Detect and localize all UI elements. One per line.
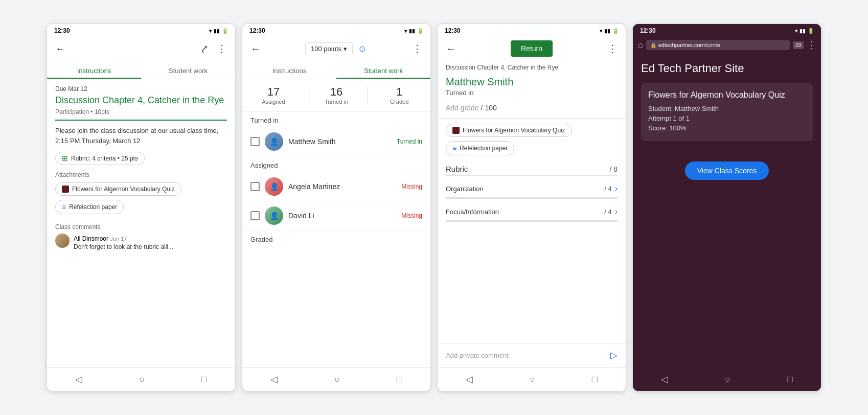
student-row-angela[interactable]: 👤 Angela Martinez Missing xyxy=(242,172,430,201)
comment-text: Don't forget to look at the rubric alll.… xyxy=(74,243,173,251)
screen2-student-work: 12:30 ▾ ▮▮ 🔋 ← 100 points ▾ ⊙ ⋮ Instruct… xyxy=(242,24,431,391)
screen1-content: Due Mar 12 Discussion Chapter 4, Catcher… xyxy=(47,79,235,367)
back-nav-icon-1[interactable]: ◁ xyxy=(67,372,90,387)
status-time-1: 12:30 xyxy=(54,27,70,34)
quiz-icon-3 xyxy=(452,127,460,134)
more-icon-1[interactable]: ⋮ xyxy=(215,40,229,57)
section-graded: Graded xyxy=(242,230,430,246)
recents-nav-icon-4[interactable]: □ xyxy=(779,372,801,387)
criterion-2[interactable]: Focus/Information / 4 › xyxy=(446,203,618,220)
student-attachment-1[interactable]: Flowers for Algernon Vocabulary Quiz xyxy=(446,124,572,137)
stat-graded-num: 1 xyxy=(368,85,430,99)
back-nav-icon-2[interactable]: ◁ xyxy=(262,372,286,387)
commenter-avatar xyxy=(55,234,70,248)
grade-total: / 100 xyxy=(481,104,497,112)
doc-icon-1: ≡ xyxy=(62,203,66,211)
student-status-david: Missing xyxy=(401,212,422,219)
avatar-angela: 👤 xyxy=(265,177,283,196)
view-class-scores-button[interactable]: View Class Scores xyxy=(685,162,769,180)
section-assigned: Assigned xyxy=(242,156,430,172)
dropdown-icon: ▾ xyxy=(344,45,347,53)
browser-nav: ⌂ 🔒 edtechpartner.com/conte 19 ⋮ xyxy=(633,36,821,54)
recents-nav-icon-2[interactable]: □ xyxy=(389,372,410,387)
tab-student-work-2[interactable]: Student work xyxy=(336,61,430,79)
tabs-2: Instructions Student work xyxy=(242,61,430,79)
share-icon-1[interactable]: ⤤ xyxy=(198,40,211,57)
criterion2-right: / 4 › xyxy=(604,207,618,216)
back-nav-icon-3[interactable]: ◁ xyxy=(458,372,481,387)
checkbox-david[interactable] xyxy=(250,211,260,220)
back-button-3[interactable]: ← xyxy=(444,41,458,57)
assignment-desc: Please join the class discussion at our … xyxy=(55,126,227,146)
recents-nav-icon-1[interactable]: □ xyxy=(193,372,215,387)
more-icon-2[interactable]: ⋮ xyxy=(410,40,424,57)
status-icons-2: ▾ ▮▮ 🔋 xyxy=(404,28,423,34)
student-row-matthew[interactable]: 👤 Matthew Smith Turned in xyxy=(242,127,430,156)
comment-date: Jun 17 xyxy=(110,236,127,242)
home-nav-icon-2[interactable]: ○ xyxy=(326,372,348,387)
assignment-title: Discussion Chapter 4, Catcher in the Rye xyxy=(55,95,227,106)
points-chip[interactable]: 100 points ▾ xyxy=(305,42,353,55)
quiz-icon-1 xyxy=(62,186,69,193)
url-bar[interactable]: 🔒 edtechpartner.com/conte xyxy=(646,40,790,50)
tab-student-work-1[interactable]: Student work xyxy=(141,61,235,79)
turned-in-label: Turned in xyxy=(446,89,618,97)
tab-instructions-1[interactable]: Instructions xyxy=(47,61,141,79)
home-nav-icon-1[interactable]: ○ xyxy=(131,372,153,387)
battery-icon-4: 🔋 xyxy=(808,28,814,34)
checkbox-matthew[interactable] xyxy=(250,137,260,146)
tab-count[interactable]: 19 xyxy=(793,41,804,49)
stats-row: 17 Assigned 16 Turned in 1 Graded xyxy=(242,79,430,111)
home-nav-icon-4[interactable]: ○ xyxy=(717,372,739,387)
add-comment-row: Add private comment ▷ xyxy=(438,343,626,367)
screen4-web: 12:30 ▾ ▮▮ 🔋 ⌂ 🔒 edtechpartner.com/conte… xyxy=(632,24,821,391)
lock-icon: 🔒 xyxy=(650,42,656,48)
home-browser-icon[interactable]: ⌂ xyxy=(638,40,643,50)
battery-icon-2: 🔋 xyxy=(417,28,423,34)
student-attachment-2[interactable]: ≡ Refelection paper xyxy=(446,141,514,155)
more-icon-4[interactable]: ⋮ xyxy=(807,39,816,51)
return-button[interactable]: Return xyxy=(511,40,553,57)
battery-icon-3: 🔋 xyxy=(612,28,619,34)
url-text: edtechpartner.com/conte xyxy=(658,42,720,48)
student-detail-name: Matthew Smith xyxy=(446,76,618,88)
student-info: Student: Matthew Smith xyxy=(648,105,806,112)
back-button-1[interactable]: ← xyxy=(53,41,67,57)
rubric-header-row: Rubric / 8 xyxy=(446,165,618,173)
criterion2-bar xyxy=(446,220,618,222)
criterion1-right: / 4 › xyxy=(604,184,618,193)
signal-icon-4: ▮▮ xyxy=(800,28,806,34)
add-grade-input[interactable]: Add grade xyxy=(446,104,479,112)
status-bar-2: 12:30 ▾ ▮▮ 🔋 xyxy=(242,24,430,36)
rubric-divider xyxy=(446,175,618,176)
send-icon[interactable]: ▷ xyxy=(610,350,618,361)
attachment-chip-2[interactable]: ≡ Refelection paper xyxy=(55,200,124,214)
score-info: Score: 100% xyxy=(648,124,806,132)
rubric-title: Rubric xyxy=(446,165,468,173)
home-nav-icon-3[interactable]: ○ xyxy=(521,372,543,387)
web-content: Ed Tech Partner Site Flowers for Algerno… xyxy=(633,54,821,367)
recents-nav-icon-3[interactable]: □ xyxy=(584,372,606,387)
status-time-4: 12:30 xyxy=(640,27,656,34)
section-turned-in: Turned in xyxy=(242,111,430,127)
wifi-icon-4: ▾ xyxy=(795,28,797,34)
attachment-chip-1[interactable]: Flowers for Algernon Vocabulary Quiz xyxy=(55,182,181,196)
stat-graded-label: Graded xyxy=(368,99,430,105)
add-comment-input[interactable]: Add private comment xyxy=(446,352,610,359)
tab-instructions-2[interactable]: Instructions xyxy=(242,61,336,79)
attempt-info: Attempt 1 of 1 xyxy=(648,114,806,122)
back-button-2[interactable]: ← xyxy=(248,41,263,57)
drive-icon[interactable]: ⊙ xyxy=(357,42,368,56)
nav-bottom-1: ◁ ○ □ xyxy=(47,367,235,391)
attachment1-label: Flowers for Algernon Vocabulary Quiz xyxy=(72,186,175,193)
rubric-chip[interactable]: ⊞ Rubric: 4 criteria • 25 pts xyxy=(55,152,145,165)
back-nav-icon-4[interactable]: ◁ xyxy=(653,372,676,387)
nav-bottom-3: ◁ ○ □ xyxy=(438,367,626,391)
checkbox-angela[interactable] xyxy=(250,182,260,191)
more-icon-3[interactable]: ⋮ xyxy=(605,40,620,57)
criterion-1[interactable]: Organization / 4 › xyxy=(446,180,618,197)
status-time-2: 12:30 xyxy=(249,27,265,34)
commenter-name: Ali Dinsmoor Jun 17 xyxy=(74,235,127,242)
criterion1-score: / 4 xyxy=(604,185,611,193)
student-row-david[interactable]: 👤 David Li Missing xyxy=(242,201,430,230)
